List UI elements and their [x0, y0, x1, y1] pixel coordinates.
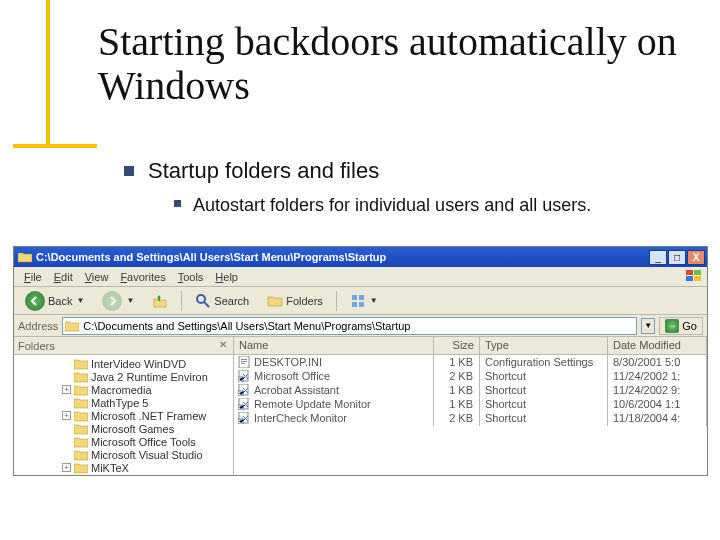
folder-icon	[74, 358, 88, 370]
square-bullet-icon	[174, 200, 181, 207]
menu-view[interactable]: View	[79, 269, 115, 285]
back-button[interactable]: Back ▼	[18, 288, 91, 314]
menu-tools[interactable]: Tools	[172, 269, 210, 285]
tree-node[interactable]: +MiKTeX	[14, 461, 233, 474]
file-row[interactable]: DESKTOP.INI1 KBConfiguration Settings8/3…	[234, 355, 707, 369]
file-name: InterCheck Monitor	[254, 412, 347, 424]
svg-rect-11	[241, 359, 247, 360]
folder-icon	[74, 371, 88, 383]
close-pane-button[interactable]: ✕	[217, 340, 229, 352]
svg-rect-12	[241, 361, 247, 362]
folder-icon	[18, 251, 32, 263]
menu-favorites[interactable]: Favorites	[114, 269, 171, 285]
tree-node[interactable]: +Microsoft Games	[14, 422, 233, 435]
forward-arrow-icon	[102, 291, 122, 311]
tree-node[interactable]: +Macromedia	[14, 383, 233, 396]
menubar: File Edit View Favorites Tools Help	[14, 267, 707, 287]
chevron-down-icon: ▼	[76, 296, 84, 305]
folder-tree[interactable]: +InterVideo WinDVD+Java 2 Runtime Enviro…	[14, 355, 233, 475]
folder-icon	[74, 449, 88, 461]
chevron-down-icon: ▼	[126, 296, 134, 305]
tree-node[interactable]: +MathType 5	[14, 396, 233, 409]
address-field[interactable]	[62, 317, 637, 335]
expand-toggle[interactable]: +	[62, 385, 71, 394]
accent-horizontal	[13, 144, 97, 148]
search-label: Search	[214, 295, 249, 307]
toolbar: Back ▼ ▼ Search	[14, 287, 707, 315]
go-arrow-icon: →	[665, 319, 679, 333]
tree-node[interactable]: +InterVideo WinDVD	[14, 357, 233, 370]
minimize-button[interactable]: _	[649, 250, 667, 265]
menu-help[interactable]: Help	[209, 269, 244, 285]
file-date: 11/18/2004 4:	[608, 410, 707, 426]
square-bullet-icon	[124, 166, 134, 176]
tree-label: Microsoft Games	[91, 423, 174, 435]
file-icon	[237, 412, 250, 424]
bullet1-text: Startup folders and files	[148, 158, 379, 184]
up-button[interactable]	[145, 290, 175, 312]
tree-node[interactable]: +Modem Helper	[14, 474, 233, 475]
folder-icon	[65, 320, 79, 332]
svg-rect-6	[352, 295, 357, 300]
file-row[interactable]: Remote Update Monitor1 KBShortcut10/6/20…	[234, 397, 707, 411]
go-label: Go	[682, 320, 697, 332]
file-icon	[237, 384, 250, 396]
svg-rect-8	[352, 302, 357, 307]
search-button[interactable]: Search	[188, 290, 256, 312]
folders-pane: Folders ✕ +InterVideo WinDVD+Java 2 Runt…	[14, 337, 234, 475]
tree-label: MiKTeX	[91, 462, 129, 474]
tree-label: InterVideo WinDVD	[91, 358, 186, 370]
separator	[336, 291, 337, 311]
folders-label: Folders	[286, 295, 323, 307]
address-dropdown[interactable]: ▼	[641, 318, 655, 334]
file-row[interactable]: Acrobat Assistant1 KBShortcut11/24/2002 …	[234, 383, 707, 397]
folders-icon	[267, 293, 283, 309]
tree-node[interactable]: +Microsoft .NET Framew	[14, 409, 233, 422]
folder-icon	[74, 397, 88, 409]
tree-node[interactable]: +Microsoft Office Tools	[14, 435, 233, 448]
svg-point-4	[197, 295, 205, 303]
tree-node[interactable]: +Java 2 Runtime Environ	[14, 370, 233, 383]
folder-icon	[74, 423, 88, 435]
expand-toggle[interactable]: +	[62, 463, 71, 472]
tree-node[interactable]: +Microsoft Visual Studio	[14, 448, 233, 461]
windows-logo-icon	[685, 269, 703, 283]
bullet-level2: Autostart folders for individual users a…	[174, 194, 674, 217]
bullet-level1: Startup folders and files	[124, 158, 379, 184]
file-name: Acrobat Assistant	[254, 384, 339, 396]
file-row[interactable]: Microsoft Office2 KBShortcut11/24/2002 1…	[234, 369, 707, 383]
folders-pane-title: Folders	[18, 340, 55, 352]
tree-label: Microsoft Visual Studio	[91, 449, 203, 461]
address-input[interactable]	[83, 320, 634, 332]
go-button[interactable]: → Go	[659, 317, 703, 335]
file-icon	[237, 370, 250, 382]
svg-rect-7	[359, 295, 364, 300]
svg-rect-13	[241, 363, 245, 364]
window-title: C:\Documents and Settings\All Users\Star…	[36, 251, 649, 263]
file-icon	[237, 356, 250, 368]
folder-icon	[74, 475, 88, 476]
expand-toggle[interactable]: +	[62, 411, 71, 420]
address-bar: Address ▼ → Go	[14, 315, 707, 337]
views-icon	[350, 293, 366, 309]
menu-edit[interactable]: Edit	[48, 269, 79, 285]
col-date[interactable]: Date Modified	[608, 337, 707, 354]
tree-label: Modem Helper	[91, 475, 163, 476]
col-type[interactable]: Type	[480, 337, 608, 354]
file-row[interactable]: InterCheck Monitor2 KBShortcut11/18/2004…	[234, 411, 707, 425]
folder-icon	[74, 384, 88, 396]
maximize-button[interactable]: □	[668, 250, 686, 265]
back-label: Back	[48, 295, 72, 307]
forward-button[interactable]: ▼	[95, 288, 141, 314]
svg-rect-0	[686, 270, 693, 275]
separator	[181, 291, 182, 311]
svg-line-5	[204, 302, 209, 307]
close-button[interactable]: X	[687, 250, 705, 265]
titlebar[interactable]: C:\Documents and Settings\All Users\Star…	[14, 247, 707, 267]
col-name[interactable]: Name	[234, 337, 434, 354]
col-size[interactable]: Size	[434, 337, 480, 354]
tree-label: Microsoft Office Tools	[91, 436, 196, 448]
views-button[interactable]: ▼	[343, 290, 385, 312]
menu-file[interactable]: File	[18, 269, 48, 285]
folders-button[interactable]: Folders	[260, 290, 330, 312]
